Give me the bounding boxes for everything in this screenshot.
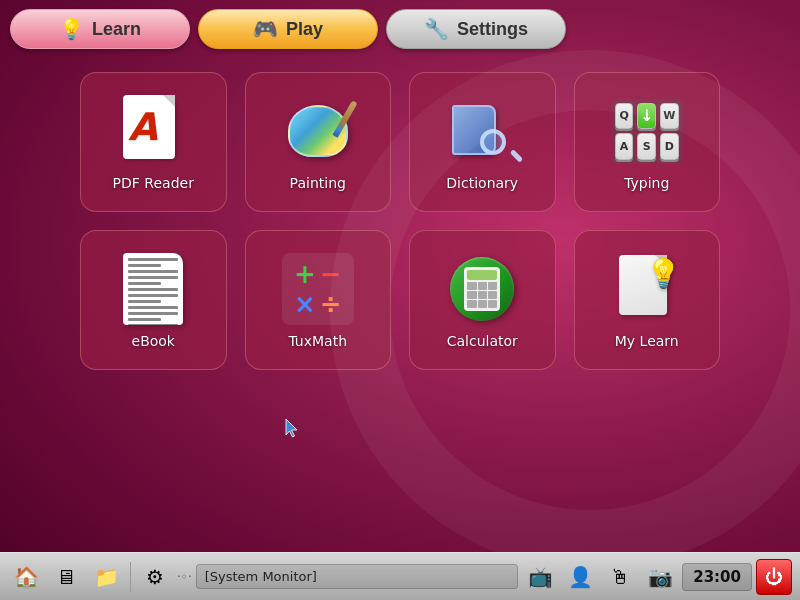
taskbar-divider-1 — [130, 562, 131, 592]
taskbar-clock: 23:00 — [682, 563, 752, 591]
taskbar-files-icon[interactable]: 📁 — [88, 559, 124, 595]
pdf-reader-label: PDF Reader — [113, 175, 194, 191]
ebook-label: eBook — [132, 333, 175, 349]
taskbar-user-icon[interactable]: 👤 — [562, 559, 598, 595]
app-tile-ebook[interactable]: eBook — [80, 230, 227, 370]
taskbar-power-button[interactable]: ⏻ — [756, 559, 792, 595]
painting-label: Painting — [290, 175, 346, 191]
divide-symbol: ÷ — [320, 291, 342, 317]
app-grid: A PDF Reader Painting Dictiona — [40, 52, 760, 390]
settings-tab-label: Settings — [457, 19, 528, 40]
dictionary-icon — [446, 95, 518, 167]
app-tile-my-learn[interactable]: 💡 My Learn — [574, 230, 721, 370]
painting-icon — [282, 95, 354, 167]
taskbar-gear-icon[interactable]: ⚙ — [137, 559, 173, 595]
tab-learn[interactable]: 💡 Learn — [10, 9, 190, 49]
tuxmath-icon: + − × ÷ — [282, 253, 354, 325]
minus-symbol: − — [320, 261, 342, 287]
my-learn-icon: 💡 — [611, 253, 683, 325]
taskbar-dots: ·◦· — [177, 570, 192, 584]
taskbar-app-item[interactable]: [System Monitor] — [196, 564, 519, 589]
play-tab-icon: 🎮 — [253, 17, 278, 41]
learn-tab-icon: 💡 — [59, 17, 84, 41]
pdf-reader-icon: A — [117, 95, 189, 167]
app-tile-typing[interactable]: Q ↓ W A S D Typing — [574, 72, 721, 212]
taskbar: 🏠 🖥 📁 ⚙ ·◦· [System Monitor] 📺 👤 🖱 📷 23:… — [0, 552, 800, 600]
taskbar-mouse-icon[interactable]: 🖱 — [602, 559, 638, 595]
typing-icon: Q ↓ W A S D — [611, 95, 683, 167]
key-w: W — [660, 103, 679, 130]
taskbar-camera-icon[interactable]: 📷 — [642, 559, 678, 595]
taskbar-home-icon[interactable]: 🏠 — [8, 559, 44, 595]
tuxmath-label: TuxMath — [288, 333, 347, 349]
key-down-arrow: ↓ — [637, 103, 656, 130]
taskbar-app-label: [System Monitor] — [205, 569, 317, 584]
tab-settings[interactable]: 🔧 Settings — [386, 9, 566, 49]
taskbar-network-icon[interactable]: 🖥 — [48, 559, 84, 595]
key-d: D — [660, 133, 679, 160]
plus-symbol: + — [294, 261, 316, 287]
calculator-icon — [446, 253, 518, 325]
taskbar-screen-icon[interactable]: 📺 — [522, 559, 558, 595]
learn-tab-label: Learn — [92, 19, 141, 40]
taskbar-right: 📺 👤 🖱 📷 23:00 ⏻ — [522, 559, 792, 595]
key-q: Q — [615, 103, 634, 130]
app-tile-tuxmath[interactable]: + − × ÷ TuxMath — [245, 230, 392, 370]
app-tile-pdf-reader[interactable]: A PDF Reader — [80, 72, 227, 212]
times-symbol: × — [294, 291, 316, 317]
tab-bar: 💡 Learn 🎮 Play 🔧 Settings — [0, 0, 800, 52]
ebook-icon — [117, 253, 189, 325]
play-tab-label: Play — [286, 19, 323, 40]
mouse-cursor — [285, 418, 299, 438]
app-tile-calculator[interactable]: Calculator — [409, 230, 556, 370]
settings-tab-icon: 🔧 — [424, 17, 449, 41]
dictionary-label: Dictionary — [446, 175, 518, 191]
my-learn-label: My Learn — [615, 333, 679, 349]
typing-label: Typing — [624, 175, 669, 191]
calculator-label: Calculator — [447, 333, 518, 349]
app-tile-painting[interactable]: Painting — [245, 72, 392, 212]
tab-play[interactable]: 🎮 Play — [198, 9, 378, 49]
app-tile-dictionary[interactable]: Dictionary — [409, 72, 556, 212]
key-a: A — [615, 133, 634, 160]
key-s: S — [637, 133, 656, 160]
